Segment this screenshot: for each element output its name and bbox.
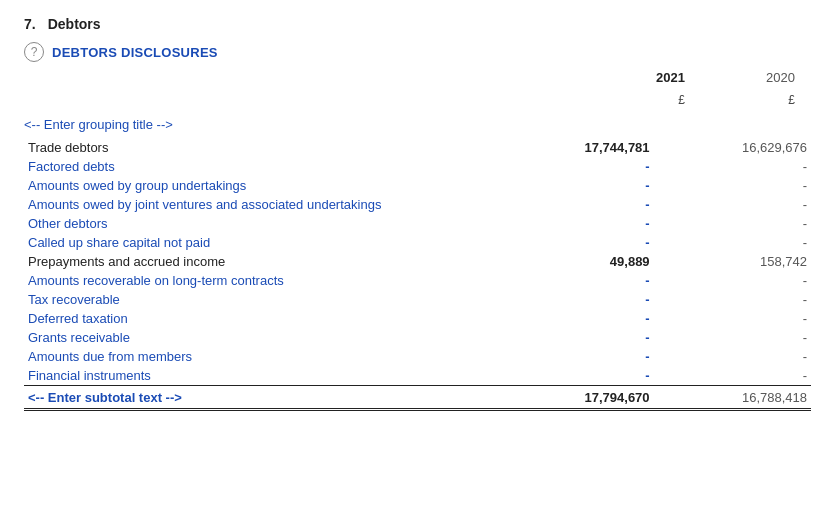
row-label[interactable]: Grants receivable	[24, 328, 496, 347]
row-prev-value: -	[654, 347, 811, 366]
row-label[interactable]: Tax recoverable	[24, 290, 496, 309]
table-row: Factored debts - -	[24, 157, 811, 176]
row-label[interactable]: Amounts owed by joint ventures and assoc…	[24, 195, 496, 214]
table-row: Amounts due from members - -	[24, 347, 811, 366]
row-label: Prepayments and accrued income	[24, 252, 496, 271]
row-label[interactable]: Called up share capital not paid	[24, 233, 496, 252]
row-current-value: -	[496, 328, 653, 347]
disclosure-row: ? DEBTORS DISCLOSURES	[24, 42, 811, 62]
row-label[interactable]: Financial instruments	[24, 366, 496, 386]
row-label: Trade debtors	[24, 138, 496, 157]
row-current-value: -	[496, 290, 653, 309]
row-label[interactable]: Amounts due from members	[24, 347, 496, 366]
row-prev-value: 16,629,676	[654, 138, 811, 157]
table-row: Amounts owed by group undertakings - -	[24, 176, 811, 195]
prev-year-header: 2020	[685, 70, 795, 85]
row-prev-value: -	[654, 195, 811, 214]
row-label[interactable]: Other debtors	[24, 214, 496, 233]
table-row: Amounts recoverable on long-term contrac…	[24, 271, 811, 290]
subtotal-current: 17,794,670	[496, 386, 653, 410]
row-label[interactable]: Amounts recoverable on long-term contrac…	[24, 271, 496, 290]
row-prev-value: -	[654, 271, 811, 290]
row-current-value: 49,889	[496, 252, 653, 271]
row-prev-value: -	[654, 366, 811, 386]
table-row: Called up share capital not paid - -	[24, 233, 811, 252]
row-prev-value: -	[654, 328, 811, 347]
row-prev-value: -	[654, 176, 811, 195]
row-current-value: -	[496, 233, 653, 252]
section-number: 7.	[24, 16, 36, 32]
row-prev-value: 158,742	[654, 252, 811, 271]
row-prev-value: -	[654, 233, 811, 252]
row-current-value: -	[496, 176, 653, 195]
currency-headers: £ £	[24, 93, 811, 107]
row-label[interactable]: Factored debts	[24, 157, 496, 176]
help-icon[interactable]: ?	[24, 42, 44, 62]
current-currency-header: £	[575, 93, 685, 107]
row-prev-value: -	[654, 290, 811, 309]
subtotal-label[interactable]: <-- Enter subtotal text -->	[24, 386, 496, 410]
table-row: Amounts owed by joint ventures and assoc…	[24, 195, 811, 214]
table-row: Other debtors - -	[24, 214, 811, 233]
section-header: 7. Debtors	[24, 16, 811, 32]
row-current-value: -	[496, 195, 653, 214]
grouping-title[interactable]: <-- Enter grouping title -->	[24, 117, 811, 132]
subtotal-row: <-- Enter subtotal text --> 17,794,670 1…	[24, 386, 811, 410]
column-headers: 2021 2020	[24, 70, 811, 85]
row-current-value: -	[496, 347, 653, 366]
table-row: Grants receivable - -	[24, 328, 811, 347]
table-row: Tax recoverable - -	[24, 290, 811, 309]
row-current-value: 17,744,781	[496, 138, 653, 157]
row-label[interactable]: Deferred taxation	[24, 309, 496, 328]
row-current-value: -	[496, 271, 653, 290]
section-title: Debtors	[48, 16, 101, 32]
table-row: Trade debtors 17,744,781 16,629,676	[24, 138, 811, 157]
current-year-header: 2021	[575, 70, 685, 85]
row-prev-value: -	[654, 214, 811, 233]
row-current-value: -	[496, 157, 653, 176]
prev-currency-header: £	[685, 93, 795, 107]
table-row: Deferred taxation - -	[24, 309, 811, 328]
row-current-value: -	[496, 309, 653, 328]
subtotal-prev: 16,788,418	[654, 386, 811, 410]
table-row: Financial instruments - -	[24, 366, 811, 386]
row-current-value: -	[496, 366, 653, 386]
row-label[interactable]: Amounts owed by group undertakings	[24, 176, 496, 195]
row-current-value: -	[496, 214, 653, 233]
disclosure-label[interactable]: DEBTORS DISCLOSURES	[52, 45, 218, 60]
row-prev-value: -	[654, 309, 811, 328]
data-table: Trade debtors 17,744,781 16,629,676 Fact…	[24, 138, 811, 411]
table-row: Prepayments and accrued income 49,889 15…	[24, 252, 811, 271]
row-prev-value: -	[654, 157, 811, 176]
